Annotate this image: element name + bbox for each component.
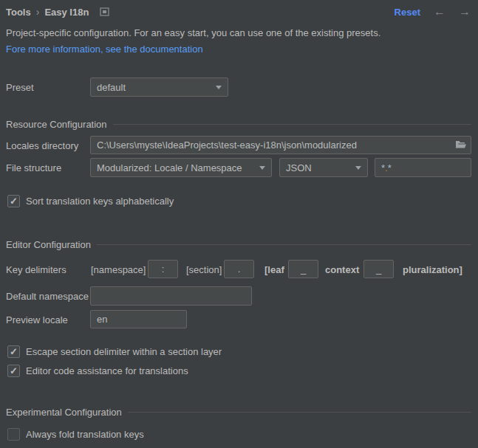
code-assistance-checkbox-row: ✓ Editor code assistance for translation…	[7, 365, 188, 377]
section-divider	[128, 412, 471, 413]
section-divider	[97, 244, 471, 245]
resource-section-header: Resource Configuration	[6, 119, 471, 130]
fold-keys-checkbox-label: Always fold translation keys	[26, 429, 144, 440]
check-icon: ✓	[10, 196, 18, 206]
namespace-delimiter-input[interactable]	[148, 260, 178, 278]
chevron-down-icon	[355, 166, 361, 170]
file-pattern-input[interactable]: *.*	[375, 158, 471, 177]
file-format-dropdown-value: JSON	[286, 162, 312, 173]
sort-keys-checkbox-label: Sort translation keys alphabetically	[26, 196, 174, 207]
chevron-down-icon	[216, 86, 222, 89]
default-namespace-input[interactable]	[90, 286, 252, 306]
chevron-right-icon: ›	[36, 7, 40, 16]
check-icon: ✓	[10, 347, 18, 356]
preset-label: Preset	[6, 82, 34, 93]
locales-directory-label: Locales directory	[6, 140, 78, 151]
file-structure-dropdown-value: Modularized: Locale / Namespace	[97, 162, 242, 173]
locales-directory-input[interactable]	[90, 136, 471, 154]
file-format-dropdown[interactable]: JSON	[279, 158, 368, 177]
intro-description: Project-specific configuration. For an e…	[6, 27, 380, 38]
check-icon: ✓	[10, 366, 18, 376]
section-delimiter-input[interactable]	[224, 260, 254, 278]
back-arrow-icon[interactable]: ←	[434, 7, 445, 17]
namespace-bracket-label: [namespace]	[91, 264, 146, 275]
breadcrumb: Tools › Easy I18n	[6, 7, 109, 18]
file-structure-label: File structure	[6, 162, 61, 173]
context-label: context	[325, 264, 359, 275]
escape-delimiter-checkbox-label: Escape section delimiter within a sectio…	[26, 346, 222, 357]
pattern-text: *	[388, 162, 392, 173]
code-assistance-checkbox[interactable]: ✓	[7, 365, 20, 377]
topbar: Tools › Easy I18n Reset ← →	[6, 4, 471, 19]
folder-open-icon[interactable]	[455, 139, 467, 150]
reset-button[interactable]: Reset	[395, 7, 420, 18]
editor-preview-icon[interactable]	[100, 7, 109, 16]
documentation-link[interactable]: Fore more information, see the documenta…	[6, 44, 203, 55]
sort-keys-checkbox-row: ✓ Sort translation keys alphabetically	[7, 195, 174, 207]
leaf-bracket-label: [leaf	[264, 264, 284, 275]
section-divider	[113, 124, 471, 125]
preset-dropdown[interactable]: default	[90, 77, 228, 97]
topbar-actions: Reset ← →	[395, 7, 471, 18]
sort-keys-checkbox[interactable]: ✓	[7, 195, 20, 207]
context-delimiter-input[interactable]	[288, 260, 318, 278]
preview-locale-label: Preview locale	[6, 314, 68, 325]
plural-delimiter-input[interactable]	[363, 260, 394, 278]
default-namespace-label: Default namespace	[6, 291, 89, 302]
escape-delimiter-checkbox-row: ✓ Escape section delimiter within a sect…	[7, 345, 222, 358]
file-structure-dropdown[interactable]: Modularized: Locale / Namespace	[90, 158, 272, 177]
breadcrumb-tools[interactable]: Tools	[6, 7, 31, 18]
preset-dropdown-value: default	[97, 82, 126, 93]
pluralization-bracket-label: pluralization]	[403, 264, 462, 275]
preview-locale-input[interactable]	[90, 310, 187, 328]
code-assistance-checkbox-label: Editor code assistance for translations	[26, 365, 188, 376]
section-bracket-label: [section]	[186, 264, 222, 275]
easy-i18n-settings-panel: Tools › Easy I18n Reset ← → Project-spec…	[0, 0, 478, 448]
experimental-section-header: Experimental Configuration	[6, 407, 471, 418]
chevron-down-icon	[259, 166, 265, 170]
editor-section-header: Editor Configuration	[6, 239, 471, 250]
fold-keys-checkbox[interactable]	[7, 428, 20, 441]
key-delimiters-label: Key delimiters	[6, 264, 66, 275]
fold-keys-checkbox-row: Always fold translation keys	[7, 428, 144, 441]
forward-arrow-icon[interactable]: →	[459, 7, 471, 17]
resource-section-title: Resource Configuration	[6, 119, 107, 130]
escape-delimiter-checkbox[interactable]: ✓	[7, 345, 20, 358]
breadcrumb-easy-i18n: Easy I18n	[44, 7, 89, 18]
editor-section-title: Editor Configuration	[6, 239, 91, 250]
experimental-section-title: Experimental Configuration	[6, 407, 122, 418]
